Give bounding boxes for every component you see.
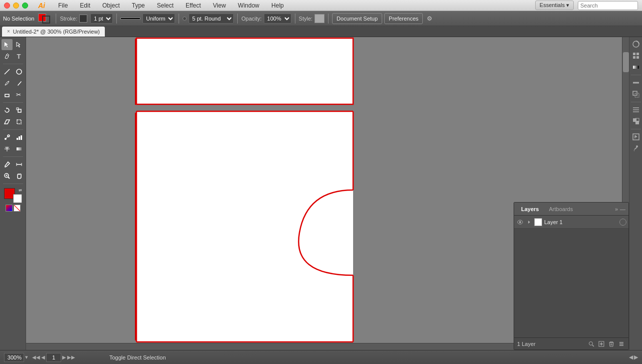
layer-visibility-icon[interactable] [516, 218, 524, 226]
measure-tool[interactable] [14, 159, 25, 170]
menu-type[interactable]: Type [129, 1, 148, 10]
rotate-tool[interactable] [2, 105, 13, 116]
zoom-dropdown-icon[interactable]: ▾ [25, 354, 28, 360]
opacity-dropdown[interactable]: 100% [264, 14, 291, 24]
panel-header: Layers Artboards » — [514, 203, 628, 216]
free-transform-tool[interactable] [14, 116, 25, 127]
shear-tool[interactable] [2, 116, 13, 127]
pathfinder-panel-icon[interactable] [631, 116, 641, 126]
stroke-preview [120, 18, 140, 20]
menu-window[interactable]: Window [235, 1, 262, 10]
color-mode-swatch[interactable] [6, 205, 13, 212]
window-controls [4, 3, 28, 9]
search-input[interactable] [578, 1, 638, 10]
mesh-tool[interactable] [2, 143, 13, 154]
tool-sep-1 [3, 64, 23, 64]
menu-file[interactable]: File [55, 1, 71, 10]
transform-panel-icon[interactable] [631, 89, 641, 99]
layer-1-row[interactable]: Layer 1 [514, 216, 628, 229]
brush-dropdown[interactable]: 5 pt. Round [189, 14, 234, 24]
document-tab[interactable]: × Untitled-2* @ 300% (RGB/Preview) [2, 27, 105, 37]
no-fill-swatch[interactable] [14, 205, 21, 212]
scale-tool[interactable] [14, 105, 25, 116]
zoom-tool[interactable] [2, 170, 13, 181]
stroke-color-swatch[interactable] [13, 194, 22, 203]
eyedropper-tool[interactable] [2, 159, 13, 170]
ellipse-tool[interactable] [14, 66, 25, 77]
menu-select[interactable]: Select [154, 1, 177, 10]
fill-stroke-indicator[interactable] [38, 14, 50, 24]
svg-rect-39 [636, 56, 639, 59]
symbols-panel-icon[interactable] [631, 132, 641, 142]
toolbar-options-icon[interactable]: ⚙ [427, 15, 432, 22]
first-page-button[interactable]: ◀◀ [32, 354, 40, 360]
direct-selection-tool[interactable] [14, 39, 25, 50]
artboards-tab[interactable]: Artboards [545, 205, 577, 213]
svg-rect-2 [5, 94, 9, 97]
tab-title: Untitled-2* @ 300% (RGB/Preview) [13, 29, 100, 35]
stroke-color-swatch[interactable] [79, 15, 87, 23]
brushes-panel-icon[interactable] [631, 143, 641, 153]
maximize-button[interactable] [22, 3, 28, 9]
layer-expand-icon[interactable] [526, 219, 532, 225]
svg-rect-29 [136, 111, 353, 342]
pen-tool[interactable] [2, 51, 13, 62]
search-layer-icon[interactable] [587, 340, 595, 348]
stroke-swatch-small[interactable] [42, 16, 50, 24]
stroke-panel-icon[interactable] [631, 78, 641, 88]
menu-object[interactable]: Object [99, 1, 123, 10]
document-setup-button[interactable]: Document Setup [332, 13, 382, 24]
stroke-weight-dropdown[interactable]: 1 pt 2 pt 3 pt [90, 14, 113, 24]
scissors-tool[interactable]: ✂ [14, 89, 25, 100]
essentials-button[interactable]: Essentials ▾ [535, 1, 574, 10]
tab-close-button[interactable]: × [7, 29, 10, 34]
layers-tab[interactable]: Layers [517, 205, 543, 213]
color-panel-icon[interactable] [631, 39, 641, 49]
status-prev-icon[interactable]: ◀ [629, 354, 633, 360]
new-layer-icon[interactable] [597, 340, 605, 348]
vertical-scrollbar-thumb[interactable] [623, 52, 629, 72]
close-button[interactable] [4, 3, 10, 9]
delete-layer-icon[interactable] [607, 340, 615, 348]
swap-colors-icon[interactable]: ⇄ [19, 188, 22, 193]
selection-tool[interactable] [2, 39, 13, 50]
menu-help[interactable]: Help [268, 1, 287, 10]
zoom-input[interactable] [4, 353, 24, 362]
prev-page-button[interactable]: ◀ [41, 354, 45, 360]
status-next-icon[interactable]: ▶ [634, 354, 638, 360]
main-layout: T ✂ [0, 37, 642, 350]
type-tool[interactable]: T [14, 51, 25, 62]
eraser-tool[interactable] [2, 89, 13, 100]
paintbrush-tool[interactable] [2, 78, 13, 89]
page-number-input[interactable] [46, 353, 61, 362]
line-tool[interactable] [2, 66, 13, 77]
style-swatch[interactable] [314, 14, 325, 23]
pencil-tool[interactable] [14, 78, 25, 89]
layers-panel-menu[interactable] [617, 340, 625, 348]
panel-options-arrow[interactable]: » [615, 206, 618, 212]
menu-view[interactable]: View [210, 1, 229, 10]
stroke-label: Stroke: [60, 16, 77, 22]
panel-header-icons: » — [615, 206, 625, 212]
align-panel-icon[interactable] [631, 105, 641, 115]
gradient-tool[interactable] [14, 143, 25, 154]
hand-tool[interactable] [14, 170, 25, 181]
color-section: ⇄ [4, 188, 22, 212]
page-navigation: ◀◀ ◀ ▶ ▶▶ [32, 353, 75, 362]
last-page-button[interactable]: ▶▶ [67, 354, 75, 360]
blend-tool[interactable] [2, 132, 13, 143]
menu-effect[interactable]: Effect [183, 1, 204, 10]
layer-target-icon[interactable] [619, 219, 626, 226]
swatches-panel-icon[interactable] [631, 51, 641, 61]
gradient-panel-icon[interactable] [631, 62, 641, 72]
preferences-button[interactable]: Preferences [384, 13, 423, 24]
graph-tool[interactable] [14, 132, 25, 143]
svg-rect-10 [19, 136, 20, 140]
menubar-right: Essentials ▾ [535, 1, 638, 10]
minimize-button[interactable] [13, 3, 19, 9]
menu-edit[interactable]: Edit [77, 1, 93, 10]
panel-close-icon[interactable]: — [620, 206, 625, 212]
stroke-type-dropdown[interactable]: Uniform [142, 14, 175, 24]
next-page-button[interactable]: ▶ [62, 354, 66, 360]
color-mode-swatches [6, 205, 21, 212]
